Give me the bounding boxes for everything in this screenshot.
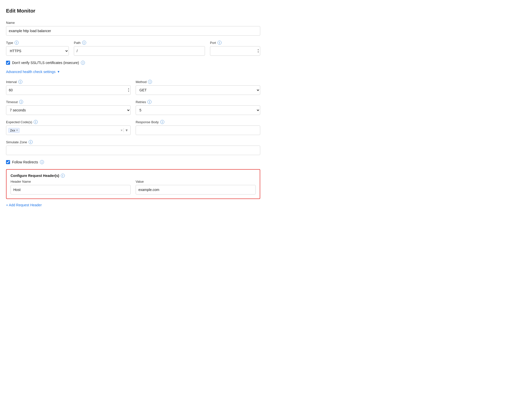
path-input[interactable] bbox=[74, 46, 205, 56]
port-spinner[interactable]: ▲ ▼ bbox=[257, 48, 259, 53]
ssl-checkbox-row: Don't verify SSL/TLS certificates (insec… bbox=[6, 61, 260, 65]
expected-codes-label: Expected Code(s) i bbox=[6, 120, 131, 124]
follow-redirects-row: Follow Redirects i bbox=[6, 160, 260, 164]
simulate-zone-label: Simulate Zone i bbox=[6, 140, 260, 144]
timeout-label: Timeout i bbox=[6, 100, 131, 104]
type-select[interactable]: HTTPS HTTP TCP UDP bbox=[6, 46, 69, 56]
tags-clear-icon[interactable]: × bbox=[121, 128, 123, 132]
ssl-info-icon: i bbox=[81, 61, 85, 65]
response-body-info-icon: i bbox=[160, 120, 164, 124]
method-select[interactable]: GET POST HEAD PUT DELETE bbox=[136, 85, 260, 95]
header-name-input[interactable] bbox=[11, 185, 131, 194]
ssl-checkbox[interactable] bbox=[6, 61, 10, 65]
add-request-header-link[interactable]: + Add Request Header bbox=[6, 203, 42, 207]
port-group: Port i ▲ ▼ bbox=[210, 41, 260, 56]
simulate-zone-input[interactable] bbox=[6, 146, 260, 155]
timeout-group: Timeout i 1 seconds 2 seconds 3 seconds … bbox=[6, 100, 131, 115]
method-label: Method i bbox=[136, 80, 260, 84]
request-header-box: Configure Request Header(s) i Header Nam… bbox=[6, 169, 260, 199]
header-name-label: Header Name bbox=[11, 180, 131, 183]
type-label: Type i bbox=[6, 41, 69, 45]
response-body-input[interactable] bbox=[136, 125, 260, 135]
name-input[interactable] bbox=[6, 26, 260, 36]
interval-wrapper: ▲ ▼ bbox=[6, 85, 131, 95]
expected-codes-input[interactable]: 2xx × × ▼ bbox=[6, 125, 131, 135]
interval-spinner[interactable]: ▲ ▼ bbox=[128, 88, 130, 93]
header-name-group: Header Name bbox=[11, 180, 131, 194]
method-info-icon: i bbox=[148, 80, 152, 84]
port-input[interactable] bbox=[210, 46, 260, 56]
interval-label: Interval i bbox=[6, 80, 131, 84]
port-spinner-down[interactable]: ▼ bbox=[257, 51, 259, 53]
retries-group: Retries i 1 2 3 4 5 6 7 8 9 10 bbox=[136, 100, 260, 115]
name-label: Name bbox=[6, 21, 260, 25]
type-group: Type i HTTPS HTTP TCP UDP bbox=[6, 41, 69, 56]
interval-spinner-up[interactable]: ▲ bbox=[128, 88, 130, 90]
tags-divider bbox=[124, 128, 124, 132]
request-header-title: Configure Request Header(s) i bbox=[11, 174, 256, 178]
retries-label: Retries i bbox=[136, 100, 260, 104]
timeout-select[interactable]: 1 seconds 2 seconds 3 seconds 4 seconds … bbox=[6, 105, 131, 115]
advanced-chevron-icon: ▼ bbox=[57, 70, 60, 74]
header-value-label: Value bbox=[136, 180, 256, 183]
name-group: Name bbox=[6, 21, 260, 36]
follow-redirects-checkbox[interactable] bbox=[6, 160, 10, 164]
follow-redirects-label: Follow Redirects bbox=[12, 160, 38, 164]
type-path-port-row: Type i HTTPS HTTP TCP UDP Path i Port i … bbox=[6, 41, 260, 56]
port-label: Port i bbox=[210, 41, 260, 45]
interval-method-row: Interval i ▲ ▼ Method i GET POST HEAD PU… bbox=[6, 80, 260, 95]
tags-chevron-icon[interactable]: ▼ bbox=[125, 128, 128, 132]
header-grid: Header Name Value bbox=[11, 180, 256, 194]
port-input-wrapper: ▲ ▼ bbox=[210, 46, 260, 56]
retries-select[interactable]: 1 2 3 4 5 6 7 8 9 10 bbox=[136, 105, 260, 115]
timeout-retries-row: Timeout i 1 seconds 2 seconds 3 seconds … bbox=[6, 100, 260, 115]
interval-spinner-down[interactable]: ▼ bbox=[128, 90, 130, 93]
expected-codes-group: Expected Code(s) i 2xx × × ▼ bbox=[6, 120, 131, 135]
codes-response-row: Expected Code(s) i 2xx × × ▼ Response Bo… bbox=[6, 120, 260, 135]
method-group: Method i GET POST HEAD PUT DELETE bbox=[136, 80, 260, 95]
tags-controls: × ▼ bbox=[121, 128, 128, 132]
ssl-label: Don't verify SSL/TLS certificates (insec… bbox=[12, 61, 79, 65]
expected-codes-info-icon: i bbox=[34, 120, 38, 124]
follow-redirects-info-icon: i bbox=[40, 160, 44, 164]
retries-info-icon: i bbox=[147, 100, 151, 104]
path-info-icon: i bbox=[82, 41, 86, 45]
response-body-label: Response Body i bbox=[136, 120, 260, 124]
timeout-info-icon: i bbox=[19, 100, 23, 104]
interval-info-icon: i bbox=[18, 80, 22, 84]
port-info-icon: i bbox=[218, 41, 222, 45]
path-label: Path i bbox=[74, 41, 205, 45]
interval-input[interactable] bbox=[6, 85, 131, 95]
path-group: Path i bbox=[74, 41, 205, 56]
header-value-input[interactable] bbox=[136, 185, 256, 194]
response-body-group: Response Body i bbox=[136, 120, 260, 135]
header-value-group: Value bbox=[136, 180, 256, 194]
request-header-info-icon: i bbox=[61, 174, 65, 178]
simulate-zone-info-icon: i bbox=[29, 140, 33, 144]
page-title: Edit Monitor bbox=[6, 8, 260, 14]
port-spinner-up[interactable]: ▲ bbox=[257, 48, 259, 51]
type-info-icon: i bbox=[15, 41, 19, 45]
advanced-toggle[interactable]: Advanced health check settings ▼ bbox=[6, 70, 260, 74]
interval-group: Interval i ▲ ▼ bbox=[6, 80, 131, 95]
simulate-zone-group: Simulate Zone i bbox=[6, 140, 260, 155]
expected-codes-tag: 2xx × bbox=[8, 128, 20, 133]
expected-codes-tag-remove[interactable]: × bbox=[16, 128, 18, 132]
